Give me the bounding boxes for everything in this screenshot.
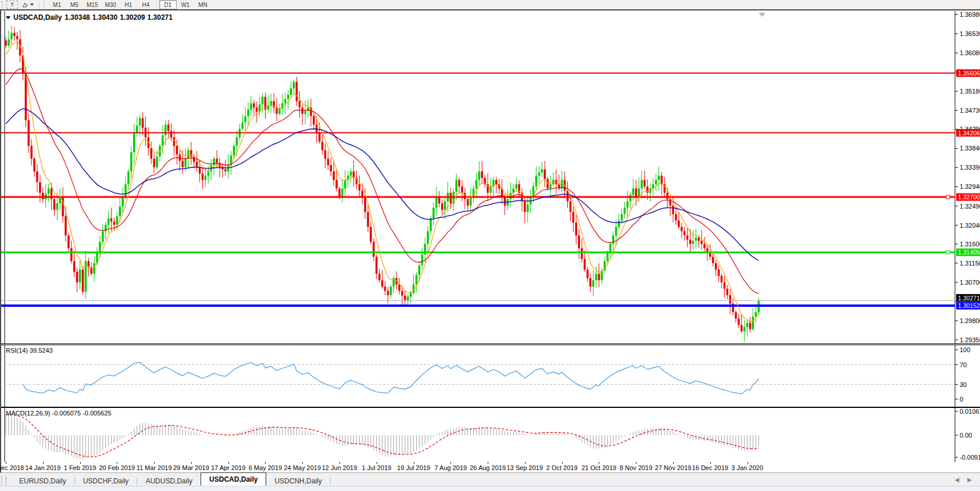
ohlc-low: 1.30209 xyxy=(120,13,145,21)
date-label: 2 Oct 2019 xyxy=(546,464,578,471)
macd-chart[interactable]: 0.0106150.00-0.009181 xyxy=(1,408,980,462)
date-label: 14 Jan 2019 xyxy=(25,464,60,471)
chart-window: USDCAD,Daily 1.30348 1.30430 1.30209 1.3… xyxy=(0,9,980,474)
arrow-objects-tool-button[interactable] xyxy=(18,0,37,9)
rsi-indicator-panel[interactable]: RSI(14) 39.5243 10070300 xyxy=(1,345,980,407)
timeframe-m1-button[interactable]: M1 xyxy=(48,0,66,9)
tab-separator xyxy=(330,477,331,485)
timeframe-h4-button[interactable]: H4 xyxy=(137,0,155,9)
timeframe-m5-button[interactable]: M5 xyxy=(66,0,83,9)
date-label: 26 Dec 2018 xyxy=(0,464,24,471)
timeframe-d1-button[interactable]: D1 xyxy=(159,0,177,9)
date-tick xyxy=(302,462,303,464)
timeframe-m15-button[interactable]: M15 xyxy=(83,0,101,9)
svg-text:1.35606: 1.35606 xyxy=(958,70,980,77)
date-tick xyxy=(228,462,229,464)
date-label: 16 Dec 2019 xyxy=(692,464,728,471)
svg-text:30: 30 xyxy=(960,381,967,388)
tab-scroll-left-icon[interactable]: ◀ xyxy=(955,476,960,483)
date-tick xyxy=(154,462,155,464)
tab-usdcad[interactable]: USDCAD,Daily xyxy=(201,472,266,486)
svg-text:1.32700: 1.32700 xyxy=(958,193,980,200)
date-tick xyxy=(488,462,488,464)
svg-text:1.36530: 1.36530 xyxy=(960,30,980,37)
svg-text:1.33840: 1.33840 xyxy=(960,145,980,152)
svg-text:100: 100 xyxy=(960,346,970,353)
date-label: 1 Jul 2019 xyxy=(362,464,391,471)
toolbar-separator xyxy=(156,1,158,9)
date-tick xyxy=(265,462,266,464)
timeframe-w1-button[interactable]: W1 xyxy=(177,0,194,9)
timeframe-toolbar: T M1 M5 M15 M30 H1 H4 D1 W1 MN xyxy=(0,0,980,10)
price-chart-panel[interactable]: USDCAD,Daily 1.30348 1.30430 1.30209 1.3… xyxy=(1,11,980,344)
date-label: 21 Oct 2019 xyxy=(581,464,616,471)
date-tick xyxy=(6,462,6,464)
date-label: 6 May 2019 xyxy=(249,464,282,471)
svg-text:1.34206: 1.34206 xyxy=(958,130,980,137)
rsi-label: RSI(14) 39.5243 xyxy=(6,347,53,354)
svg-text:1.34730: 1.34730 xyxy=(960,107,980,114)
svg-text:1.33390: 1.33390 xyxy=(960,164,980,171)
chart-symbol-label: USDCAD,Daily xyxy=(13,13,62,21)
tab-usdcnh[interactable]: USDCNH,Daily xyxy=(266,475,330,486)
date-label: 3 Jan 2020 xyxy=(731,464,763,471)
rsi-chart[interactable]: 10070300 xyxy=(1,345,980,407)
date-axis[interactable]: 26 Dec 201814 Jan 20191 Feb 201920 Feb 2… xyxy=(1,462,980,474)
date-label: 8 Nov 2019 xyxy=(620,464,652,471)
svg-text:1.31150: 1.31150 xyxy=(960,260,980,267)
svg-text:1.30700: 1.30700 xyxy=(960,279,980,286)
arrow-objects-icon xyxy=(22,2,28,8)
dropdown-caret-icon xyxy=(30,3,34,6)
status-bar xyxy=(0,486,980,491)
svg-text:-0.009181: -0.009181 xyxy=(960,454,980,461)
toolbar-separator xyxy=(39,1,40,9)
date-tick xyxy=(80,462,81,464)
toolbar-grip[interactable] xyxy=(2,1,4,8)
svg-text:70: 70 xyxy=(960,361,967,368)
date-tick xyxy=(562,462,563,464)
timeframe-m30-button[interactable]: M30 xyxy=(101,0,119,9)
tab-audusd[interactable]: AUDUSD,Daily xyxy=(137,475,201,486)
svg-text:1.36080: 1.36080 xyxy=(960,49,980,56)
chart-title: USDCAD,Daily 1.30348 1.30430 1.30209 1.3… xyxy=(6,13,173,21)
tab-usdchf[interactable]: USDCHF,Daily xyxy=(75,475,137,486)
tabbar-grip[interactable] xyxy=(1,476,6,485)
date-label: 24 May 2019 xyxy=(284,464,321,471)
ohlc-close: 1.30271 xyxy=(148,13,173,21)
chart-collapse-icon[interactable] xyxy=(6,16,10,19)
svg-text:1.29800: 1.29800 xyxy=(960,317,980,324)
date-label: 27 Nov 2019 xyxy=(655,464,691,471)
candlestick-chart[interactable]: 1.369801.365301.360801.356301.351801.347… xyxy=(1,11,980,343)
date-tick xyxy=(525,462,525,464)
timeframe-h1-button[interactable]: H1 xyxy=(120,0,137,9)
text-label-tool-button[interactable]: T xyxy=(6,1,18,9)
date-label: 7 Aug 2019 xyxy=(434,464,467,471)
date-tick xyxy=(43,462,44,464)
svg-text:1.35180: 1.35180 xyxy=(960,88,980,95)
tab-eurusd[interactable]: EURUSD,Daily xyxy=(11,475,74,486)
svg-text:1.29350: 1.29350 xyxy=(960,336,980,343)
svg-text:0.010615: 0.010615 xyxy=(960,408,980,415)
ohlc-open: 1.30348 xyxy=(65,13,90,21)
svg-text:1.30152: 1.30152 xyxy=(958,302,980,309)
date-label: 1 Feb 2019 xyxy=(64,464,96,471)
date-label: 19 Jul 2019 xyxy=(397,464,430,471)
macd-indicator-panel[interactable]: MACD(12,26,9) -0.005075 -0.005625 0.0106… xyxy=(1,407,980,463)
date-tick xyxy=(414,462,414,464)
svg-text:1.31600: 1.31600 xyxy=(960,241,980,248)
tab-scroll-right-icon[interactable]: ▶ xyxy=(967,476,972,483)
date-label: 13 Sep 2019 xyxy=(507,464,543,471)
date-tick xyxy=(636,462,636,464)
svg-text:0.00: 0.00 xyxy=(960,432,972,439)
date-label: 20 Feb 2019 xyxy=(99,464,135,471)
toolbar-grip[interactable] xyxy=(44,1,46,8)
svg-text:1.36980: 1.36980 xyxy=(960,11,980,18)
svg-text:1.32940: 1.32940 xyxy=(960,183,980,190)
date-label: 29 Mar 2019 xyxy=(173,464,209,471)
svg-text:1.32490: 1.32490 xyxy=(960,203,980,210)
date-tick xyxy=(673,462,674,464)
date-tick xyxy=(377,462,377,464)
ohlc-high: 1.30430 xyxy=(92,13,117,21)
date-label: 12 Jun 2019 xyxy=(322,464,357,471)
timeframe-mn-button[interactable]: MN xyxy=(194,0,212,9)
